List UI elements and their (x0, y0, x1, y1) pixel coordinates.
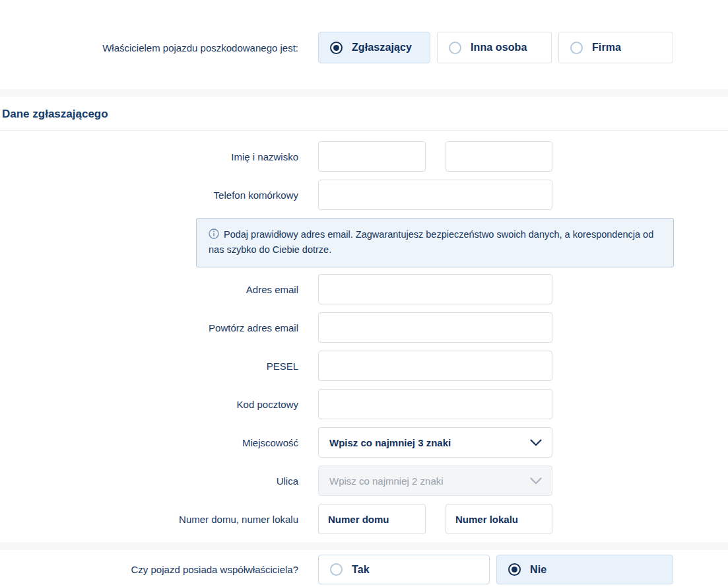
email-input[interactable] (318, 274, 552, 304)
radio-option-label: Zgłaszający (352, 42, 412, 53)
postcode-row: Kod pocztowy (0, 389, 728, 419)
email-repeat-input[interactable] (318, 312, 552, 343)
info-icon (209, 228, 219, 243)
radio-option-firma[interactable]: Firma (558, 32, 673, 63)
phone-label: Telefon komórkowy (0, 190, 298, 201)
info-text: Podaj prawidłowy adres email. Zagwarantu… (209, 229, 653, 255)
phone-row: Telefon komórkowy (0, 180, 728, 210)
name-label: Imię i nazwisko (0, 151, 298, 162)
owner-question-label: Właścicielem pojazdu poszkodowanego jest… (0, 32, 298, 63)
chevron-down-icon (530, 439, 542, 446)
street-row: Ulica Wpisz co najmniej 2 znaki (0, 466, 728, 496)
radio-option-label: Tak (352, 564, 370, 576)
email-label: Adres email (0, 284, 298, 295)
city-dropdown[interactable]: Wpisz co najmniej 3 znaki (318, 427, 552, 458)
chevron-down-icon (530, 477, 542, 485)
pesel-input[interactable] (318, 351, 552, 381)
radio-option-nie[interactable]: Nie (496, 555, 673, 584)
radio-icon (570, 42, 583, 54)
radio-option-label: Inna osoba (471, 42, 527, 53)
radio-icon (508, 563, 521, 576)
street-label: Ulica (0, 475, 298, 487)
phone-input[interactable] (318, 180, 552, 210)
pesel-row: PESEL (0, 351, 728, 381)
street-dropdown-placeholder: Wpisz co najmniej 2 znaki (329, 475, 444, 487)
email-info-box: Podaj prawidłowy adres email. Zagwarantu… (196, 218, 674, 267)
postcode-label: Kod pocztowy (0, 399, 298, 410)
radio-option-zglaszajacy[interactable]: Zgłaszający (318, 32, 430, 63)
radio-icon (330, 42, 343, 54)
city-row: Miejscowość Wpisz co najmniej 3 znaki (0, 427, 728, 458)
radio-icon (330, 563, 343, 576)
owner-question-row: Właścicielem pojazdu poszkodowanego jest… (0, 32, 728, 63)
city-label: Miejscowość (0, 437, 298, 448)
pesel-label: PESEL (0, 361, 298, 372)
co-owner-question-label: Czy pojazd posiada współwłaściciela? (0, 555, 298, 584)
email-row: Adres email (0, 274, 728, 304)
email-repeat-row: Powtórz adres email (0, 312, 728, 343)
section-header: Dane zgłaszającego (0, 97, 728, 131)
postcode-input[interactable] (318, 389, 552, 419)
radio-option-label: Firma (592, 42, 621, 53)
co-owner-options-group: Tak Nie (318, 555, 673, 584)
house-number-input[interactable] (318, 504, 426, 534)
radio-option-tak[interactable]: Tak (318, 555, 490, 584)
radio-option-label: Nie (530, 564, 546, 576)
city-dropdown-placeholder: Wpisz co najmniej 3 znaki (329, 437, 451, 448)
name-row: Imię i nazwisko (0, 141, 728, 172)
radio-option-inna-osoba[interactable]: Inna osoba (437, 32, 552, 63)
email-repeat-label: Powtórz adres email (0, 322, 298, 333)
section-divider (0, 542, 728, 550)
house-row: Numer domu, numer lokalu (0, 504, 728, 534)
street-dropdown: Wpisz co najmniej 2 znaki (318, 466, 552, 496)
section-title: Dane zgłaszającego (2, 108, 728, 121)
apartment-number-input[interactable] (446, 504, 552, 534)
owner-question-label-text: Właścicielem pojazdu poszkodowanego jest… (102, 42, 298, 53)
first-name-input[interactable] (318, 141, 426, 172)
co-owner-question-row: Czy pojazd posiada współwłaściciela? Tak… (0, 555, 728, 584)
house-label: Numer domu, numer lokalu (0, 514, 298, 525)
radio-icon (449, 42, 461, 54)
last-name-input[interactable] (446, 141, 552, 172)
co-owner-question-label-text: Czy pojazd posiada współwłaściciela? (131, 564, 298, 575)
section-divider (0, 89, 728, 97)
owner-options-group: Zgłaszający Inna osoba Firma (318, 32, 673, 63)
